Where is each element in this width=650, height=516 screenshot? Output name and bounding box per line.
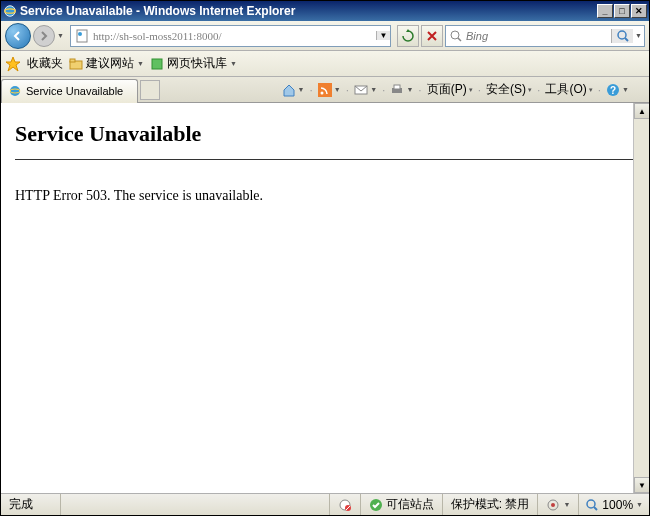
- magnifier-icon: [616, 29, 630, 43]
- trusted-check-icon: [369, 498, 383, 512]
- folder-icon: [69, 57, 83, 71]
- fav-item-label: 网页快讯库: [167, 55, 227, 72]
- new-tab-button[interactable]: [140, 80, 160, 100]
- maximize-button[interactable]: □: [614, 4, 630, 18]
- error-message: HTTP Error 503. The service is unavailab…: [15, 188, 635, 204]
- minimize-button[interactable]: _: [597, 4, 613, 18]
- favorites-star-icon[interactable]: [5, 56, 21, 72]
- stop-icon: [425, 29, 439, 43]
- tab-active[interactable]: Service Unavailable: [1, 79, 138, 103]
- svg-line-7: [625, 38, 628, 41]
- home-button[interactable]: ▼: [280, 82, 307, 98]
- url-dropdown[interactable]: ▼: [376, 31, 390, 40]
- ie-logo-icon: [3, 4, 17, 18]
- status-spacer: [61, 494, 330, 515]
- window-titlebar: Service Unavailable - Windows Internet E…: [1, 1, 649, 21]
- zoom-icon: [585, 498, 599, 512]
- refresh-button[interactable]: [397, 25, 419, 47]
- tab-bar: Service Unavailable ▼ · ▼ · ▼ · ▼ · 页面(P…: [1, 77, 649, 103]
- svg-point-6: [618, 31, 626, 39]
- address-bar[interactable]: ▼: [70, 25, 391, 47]
- content-area: Service Unavailable HTTP Error 503. The …: [1, 103, 649, 493]
- search-bar[interactable]: ▼: [445, 25, 645, 47]
- search-go-button[interactable]: [611, 29, 633, 43]
- page-icon: [74, 28, 90, 44]
- close-button[interactable]: ✕: [631, 4, 647, 18]
- svg-point-4: [451, 31, 459, 39]
- svg-text:?: ?: [610, 85, 616, 96]
- print-button[interactable]: ▼: [388, 82, 415, 98]
- status-protected-label: 保护模式: 禁用: [451, 496, 530, 513]
- window-title: Service Unavailable - Windows Internet E…: [20, 4, 597, 18]
- svg-point-11: [10, 86, 20, 96]
- help-icon: ?: [606, 83, 620, 97]
- arrow-left-icon: [12, 30, 24, 42]
- svg-line-5: [458, 38, 461, 41]
- status-protected-mode[interactable]: 保护模式: 禁用: [443, 494, 539, 515]
- status-done: 完成: [1, 494, 61, 515]
- svg-point-14: [320, 91, 323, 94]
- zoom-value: 100%: [602, 498, 633, 512]
- svg-point-26: [587, 500, 595, 508]
- svg-line-27: [594, 507, 597, 510]
- status-trusted-label: 可信站点: [386, 496, 434, 513]
- arrow-right-icon: [38, 30, 50, 42]
- privacy-icon: [546, 498, 560, 512]
- stop-button[interactable]: [421, 25, 443, 47]
- page-divider: [15, 159, 635, 160]
- globe-blocked-icon: [338, 498, 352, 512]
- fav-suggested-sites[interactable]: 建议网站 ▼: [69, 55, 144, 72]
- svg-point-0: [5, 6, 16, 17]
- scroll-down-button[interactable]: ▼: [634, 477, 649, 493]
- status-bar: 完成 可信站点 保护模式: 禁用 ▼ 100% ▼: [1, 493, 649, 515]
- search-input[interactable]: [466, 30, 611, 42]
- print-icon: [390, 83, 404, 97]
- svg-point-25: [551, 503, 555, 507]
- forward-button[interactable]: [33, 25, 55, 47]
- favorites-bar: 收藏夹 建议网站 ▼ 网页快讯库 ▼: [1, 51, 649, 77]
- status-popup-blocker[interactable]: [330, 494, 361, 515]
- mail-icon: [354, 83, 368, 97]
- page-menu[interactable]: 页面(P)▾: [425, 80, 475, 99]
- rss-icon: [318, 83, 332, 97]
- navigation-bar: ▼ ▼ ▼: [1, 21, 649, 51]
- refresh-icon: [401, 29, 415, 43]
- safety-menu[interactable]: 安全(S)▾: [484, 80, 534, 99]
- svg-point-3: [78, 32, 82, 36]
- navhistory-dropdown[interactable]: ▼: [57, 32, 64, 39]
- command-bar: ▼ · ▼ · ▼ · ▼ · 页面(P)▾ · 安全(S)▾ · 工具(O)▾…: [280, 80, 649, 99]
- scroll-up-button[interactable]: ▲: [634, 103, 649, 119]
- status-trusted-sites[interactable]: 可信站点: [361, 494, 443, 515]
- vertical-scrollbar[interactable]: ▲ ▼: [633, 103, 649, 493]
- svg-rect-9: [70, 59, 75, 62]
- ie-page-icon: [8, 84, 22, 98]
- svg-rect-10: [152, 59, 162, 69]
- webslice-icon: [150, 57, 164, 71]
- fav-web-slices[interactable]: 网页快讯库 ▼: [150, 55, 237, 72]
- url-input[interactable]: [93, 30, 376, 42]
- help-button[interactable]: ?▼: [604, 82, 631, 98]
- zoom-control[interactable]: 100% ▼: [579, 498, 649, 512]
- search-provider-icon: [449, 29, 463, 43]
- svg-rect-17: [394, 85, 400, 89]
- search-dropdown[interactable]: ▼: [633, 32, 644, 39]
- mail-button[interactable]: ▼: [352, 82, 379, 98]
- fav-item-label: 建议网站: [86, 55, 134, 72]
- tools-menu[interactable]: 工具(O)▾: [543, 80, 594, 99]
- page-heading: Service Unavailable: [15, 121, 635, 147]
- back-button[interactable]: [5, 23, 31, 49]
- favorites-label[interactable]: 收藏夹: [27, 55, 63, 72]
- feeds-button[interactable]: ▼: [316, 82, 343, 98]
- status-privacy[interactable]: ▼: [538, 494, 579, 515]
- tab-label: Service Unavailable: [26, 85, 123, 97]
- home-icon: [282, 83, 296, 97]
- svg-rect-2: [77, 30, 87, 42]
